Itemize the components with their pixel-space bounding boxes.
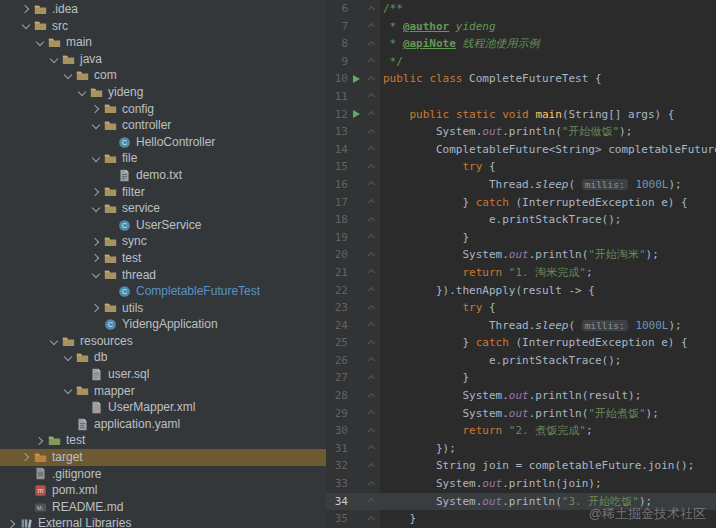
tree-item-usermapper-xml[interactable]: </>UserMapper.xml [0, 399, 326, 416]
fold-marker-icon[interactable] [364, 493, 380, 511]
expand-chevron-icon[interactable] [90, 252, 102, 264]
collapse-chevron-icon[interactable] [90, 153, 102, 165]
fold-marker-icon[interactable] [364, 387, 380, 405]
collapse-chevron-icon[interactable] [90, 202, 102, 214]
code-line-33[interactable]: 33 System.out.println(join); [326, 475, 716, 493]
expand-chevron-icon[interactable] [20, 3, 32, 15]
tree-item-demo-txt[interactable]: demo.txt [0, 167, 326, 184]
fold-marker-icon[interactable] [364, 211, 380, 229]
fold-marker-icon[interactable] [364, 457, 380, 475]
fold-marker-icon[interactable] [364, 70, 380, 88]
code-line-24[interactable]: 24 Thread.sleep( millis: 1000L); [326, 317, 716, 335]
code-text[interactable]: } [380, 229, 469, 247]
code-line-25[interactable]: 25 } catch (InterruptedException e) { [326, 334, 716, 352]
tree-item-db[interactable]: db [0, 349, 326, 366]
expand-chevron-icon[interactable] [34, 435, 46, 447]
collapse-chevron-icon[interactable] [62, 70, 74, 82]
code-text[interactable]: String join = completableFuture.join(); [380, 457, 694, 475]
code-line-6[interactable]: 6/** [326, 0, 716, 18]
code-text[interactable]: e.printStackTrace(); [380, 211, 621, 229]
code-line-35[interactable]: 35 } [326, 510, 716, 528]
code-line-29[interactable]: 29 System.out.println("开始煮饭"); [326, 405, 716, 423]
code-text[interactable]: System.out.println(result); [380, 387, 641, 405]
tree-item-test[interactable]: test [0, 250, 326, 267]
fold-marker-icon[interactable] [364, 35, 380, 53]
code-line-22[interactable]: 22 }).thenApply(result -> { [326, 282, 716, 300]
code-line-26[interactable]: 26 e.printStackTrace(); [326, 352, 716, 370]
collapse-chevron-icon[interactable] [48, 53, 60, 65]
code-text[interactable]: public class CompleteFutureTest { [380, 70, 602, 88]
code-text[interactable]: System.out.println(join); [380, 475, 602, 493]
code-line-7[interactable]: 7 * @author yideng [326, 18, 716, 36]
fold-marker-icon[interactable] [364, 422, 380, 440]
expand-chevron-icon[interactable] [90, 236, 102, 248]
tree-item-application-yaml[interactable]: application.yaml [0, 416, 326, 433]
tree-item-test[interactable]: test [0, 432, 326, 449]
code-text[interactable]: public static void main(String[] args) { [380, 106, 674, 124]
code-line-31[interactable]: 31 }); [326, 440, 716, 458]
fold-marker-icon[interactable] [364, 194, 380, 212]
code-text[interactable]: } catch (InterruptedException e) { [380, 334, 688, 352]
code-text[interactable]: System.out.println("3. 开始吃饭"); [380, 493, 652, 511]
collapse-chevron-icon[interactable] [90, 119, 102, 131]
fold-marker-icon[interactable] [364, 18, 380, 36]
code-line-34[interactable]: 34 System.out.println("3. 开始吃饭"); [326, 493, 716, 511]
code-line-11[interactable]: 11 [326, 88, 716, 106]
code-text[interactable]: * @author yideng [380, 18, 496, 36]
expand-chevron-icon[interactable] [90, 103, 102, 115]
collapse-chevron-icon[interactable] [76, 86, 88, 98]
code-text[interactable] [380, 88, 383, 106]
fold-marker-icon[interactable] [364, 264, 380, 282]
fold-marker-icon[interactable] [364, 53, 380, 71]
fold-marker-icon[interactable] [364, 475, 380, 493]
code-line-23[interactable]: 23 try { [326, 299, 716, 317]
code-line-15[interactable]: 15 try { [326, 158, 716, 176]
tree-item-utils[interactable]: utils [0, 300, 326, 317]
run-button-icon[interactable] [348, 70, 364, 88]
code-text[interactable]: Thread.sleep( millis: 1000L); [380, 176, 682, 194]
tree-item-sync[interactable]: sync [0, 233, 326, 250]
code-text[interactable]: Thread.sleep( millis: 1000L); [380, 317, 682, 335]
expand-chevron-icon[interactable] [90, 302, 102, 314]
tree-item--gitignore[interactable]: .gitignore [0, 466, 326, 483]
collapse-chevron-icon[interactable] [90, 269, 102, 281]
expand-chevron-icon[interactable] [6, 518, 18, 528]
tree-item-pom-xml[interactable]: mpom.xml [0, 482, 326, 499]
tree-item-yidengapplication[interactable]: CYidengApplication [0, 316, 326, 333]
code-line-18[interactable]: 18 e.printStackTrace(); [326, 211, 716, 229]
code-text[interactable]: try { [380, 299, 496, 317]
code-text[interactable]: return "2. 煮饭完成"; [380, 422, 593, 440]
fold-marker-icon[interactable] [364, 317, 380, 335]
expand-chevron-icon[interactable] [20, 451, 32, 463]
fold-marker-icon[interactable] [364, 158, 380, 176]
fold-marker-icon[interactable] [364, 369, 380, 387]
tree-item-target[interactable]: target [0, 449, 326, 466]
code-line-21[interactable]: 21 return "1. 淘米完成"; [326, 264, 716, 282]
tree-item-user-sql[interactable]: user.sql [0, 366, 326, 383]
code-text[interactable]: */ [380, 53, 403, 71]
fold-marker-icon[interactable] [364, 299, 380, 317]
collapse-chevron-icon[interactable] [62, 352, 74, 364]
tree-item-config[interactable]: config [0, 101, 326, 118]
fold-marker-icon[interactable] [364, 0, 380, 18]
code-line-28[interactable]: 28 System.out.println(result); [326, 387, 716, 405]
tree-item-com[interactable]: com [0, 67, 326, 84]
tree-item-mapper[interactable]: mapper [0, 383, 326, 400]
code-line-32[interactable]: 32 String join = completableFuture.join(… [326, 457, 716, 475]
code-editor[interactable]: 6/**7 * @author yideng8 * @apiNote 线程池使用… [326, 0, 716, 528]
fold-marker-icon[interactable] [364, 246, 380, 264]
collapse-chevron-icon[interactable] [20, 20, 32, 32]
tree-item-file[interactable]: file [0, 150, 326, 167]
code-line-17[interactable]: 17 } catch (InterruptedException e) { [326, 194, 716, 212]
fold-marker-icon[interactable] [364, 440, 380, 458]
code-text[interactable]: } catch (InterruptedException e) { [380, 194, 688, 212]
collapse-chevron-icon[interactable] [62, 385, 74, 397]
tree-item--idea[interactable]: .idea [0, 1, 326, 18]
code-line-30[interactable]: 30 return "2. 煮饭完成"; [326, 422, 716, 440]
fold-marker-icon[interactable] [364, 106, 380, 124]
code-text[interactable]: }); [380, 440, 456, 458]
tree-item-external-libraries[interactable]: External Libraries [0, 515, 326, 528]
tree-item-controller[interactable]: controller [0, 117, 326, 134]
code-line-14[interactable]: 14 CompletableFuture<String> completable… [326, 141, 716, 159]
code-text[interactable]: * @apiNote 线程池使用示例 [380, 35, 539, 53]
